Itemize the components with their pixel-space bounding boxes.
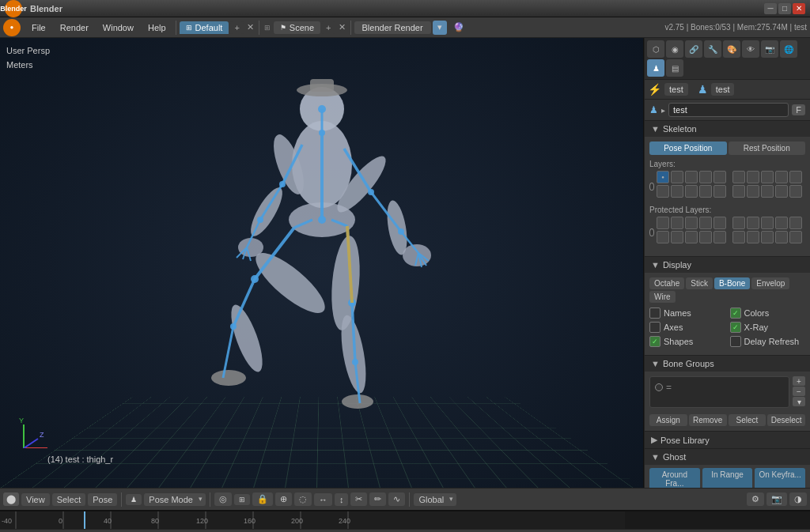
prot-layer-19[interactable] [775,231,788,243]
assign-button[interactable]: Assign [649,414,687,426]
close-button[interactable]: ✕ [793,3,805,14]
bone-group-down-button[interactable]: ▾ [793,397,805,406]
prot-layer-13[interactable] [761,217,774,229]
layer-18[interactable] [761,185,774,198]
on-keyframe-button[interactable]: On Keyfra... [755,468,805,488]
pose-library-header[interactable]: ▶ Pose Library [645,432,810,449]
bone-groups-header[interactable]: ▼ Bone Groups [645,356,810,372]
prot-layer-20[interactable] [789,231,802,243]
engine-dropdown-arrow[interactable]: ▾ [433,21,447,35]
axes-checkbox[interactable] [649,322,660,333]
skeleton-header[interactable]: ▼ Skeleton [645,121,810,137]
octahedron-button[interactable]: Octahe [649,277,684,289]
layer-12[interactable] [747,171,759,183]
workspace-tab[interactable]: ⊞ Default [180,21,229,34]
layer-14[interactable] [775,171,788,183]
layer-17[interactable] [747,185,759,198]
prot-layer-18[interactable] [761,231,774,243]
layer-9[interactable] [699,185,712,198]
snap-button[interactable]: ⊕ [275,492,292,506]
shapes-checkbox[interactable] [649,336,660,347]
panel-icon-1[interactable]: ◉ [666,40,683,58]
panel-icon-5[interactable]: 👁 [742,40,759,58]
layer-3[interactable] [685,171,698,183]
layer-15[interactable] [789,171,802,183]
pose-mode-dropdown[interactable]: Pose Mode [144,493,206,506]
window-menu[interactable]: Window [97,21,140,34]
prot-layer-1[interactable] [657,217,669,229]
prot-layer-2[interactable] [671,217,683,229]
select-menu-button[interactable]: Select [52,493,86,506]
prot-layer-10[interactable] [713,231,726,243]
add-scene-button[interactable]: + [322,21,335,34]
layer-7[interactable] [671,185,683,198]
panel-icon-4[interactable]: 🎨 [723,40,740,58]
panel-icon-6[interactable]: 📷 [761,40,778,58]
pose-menu-button[interactable]: Pose [88,493,117,506]
transform-icon2[interactable]: ↕ [335,493,349,506]
bbone-button[interactable]: B-Bone [714,277,750,289]
panel-icon-9[interactable]: ▤ [666,59,683,77]
object-name-input[interactable] [668,103,789,117]
prot-layer-15[interactable] [789,217,802,229]
transform-space-dropdown[interactable]: Global [414,493,456,506]
wire-button[interactable]: Wire [649,291,676,303]
select-button[interactable]: Select [729,414,766,426]
render-engine-selector[interactable]: Blender Render [354,21,431,34]
prot-layer-9[interactable] [699,231,712,243]
help-menu[interactable]: Help [142,21,172,34]
scene-selector[interactable]: ⚑ Scene [274,21,320,34]
colors-checkbox[interactable] [730,308,741,319]
layer-19[interactable] [775,185,788,198]
layer-16[interactable] [732,185,745,198]
viewport[interactable]: User Persp Meters [0,38,644,488]
prot-layer-17[interactable] [747,231,759,243]
transform-icon1[interactable]: ↔ [314,493,332,506]
layer-2[interactable] [671,171,683,183]
envelope-button[interactable]: Envelop [751,277,789,289]
prot-layer-11[interactable] [732,217,745,229]
shading-button[interactable]: ◑ [789,492,807,506]
bone-group-remove-button[interactable]: − [793,387,805,396]
add-workspace-button[interactable]: + [230,21,243,34]
proportional-button[interactable]: ◌ [294,492,312,506]
layer-20[interactable] [789,185,802,198]
tab2-label[interactable]: test [711,83,735,96]
sculpt-icon[interactable]: ∿ [388,492,405,506]
prot-layer-6[interactable] [657,231,669,243]
prot-layer-16[interactable] [732,231,745,243]
render-menu[interactable]: Render [54,21,95,34]
panel-icon-7[interactable]: 🌐 [780,40,797,58]
xray-checkbox[interactable] [730,322,741,333]
prot-layer-5[interactable] [713,217,726,229]
pivot-button[interactable]: ◎ [214,492,232,506]
around-frame-button[interactable]: Around Fra... [649,468,700,488]
prot-layer-7[interactable] [671,231,683,243]
layer-5[interactable] [713,171,726,183]
lock-button[interactable]: 🔒 [252,492,273,506]
layer-btn[interactable]: ⊞ [234,494,250,505]
deselect-button[interactable]: Deselect [767,414,805,426]
render-button[interactable]: 📷 [766,492,787,506]
panel-icon-8[interactable]: ♟ [647,59,664,77]
layer-13[interactable] [761,171,774,183]
timeline-ruler[interactable]: -40 0 40 80 120 160 200 240 [0,511,625,529]
layer-6[interactable] [657,185,669,198]
tools-icon[interactable]: ✂ [350,492,367,506]
tab1-label[interactable]: test [664,83,688,96]
prot-layer-12[interactable] [747,217,759,229]
layer-8[interactable] [685,185,698,198]
prot-layer-8[interactable] [685,231,698,243]
panel-icon-3[interactable]: 🔧 [704,40,721,58]
rest-position-button[interactable]: Rest Position [729,141,806,155]
layer-1[interactable] [657,171,669,183]
minimize-button[interactable]: ─ [764,3,777,14]
display-header[interactable]: ▼ Display [645,257,810,273]
names-checkbox[interactable] [649,308,660,319]
panel-icon-0[interactable]: ⬡ [647,40,664,58]
view-menu-button[interactable]: View [21,493,50,506]
prot-layer-14[interactable] [775,217,788,229]
paint-icon[interactable]: ✏ [369,492,386,506]
delay-checkbox[interactable] [730,336,741,347]
layer-11[interactable] [732,171,745,183]
